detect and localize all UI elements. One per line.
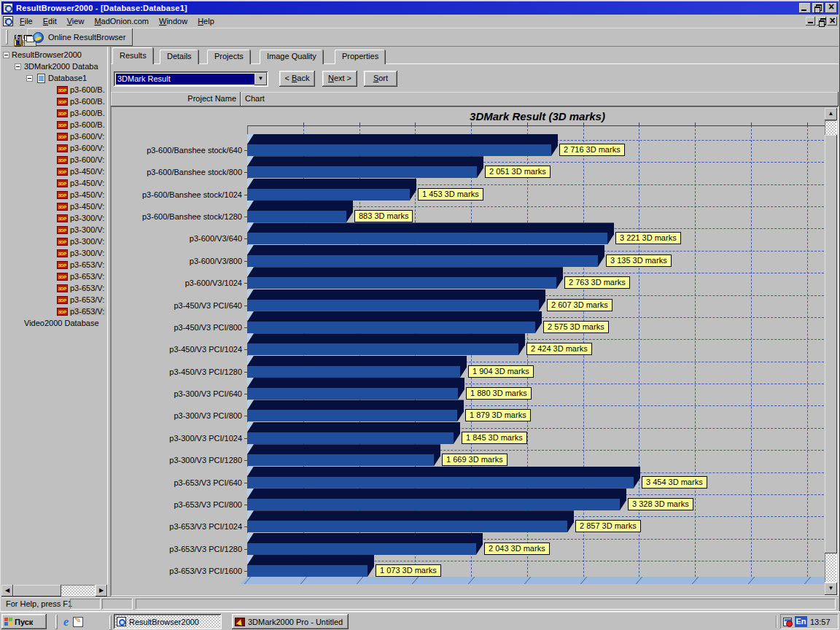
tree-item-video2000-database[interactable]: Video2000 Database — [1, 318, 107, 330]
tab-properties[interactable]: Properties — [335, 50, 386, 64]
mdi-close-button[interactable] — [828, 17, 837, 26]
category-label: p3-450/V3 PCI/640 — [112, 300, 242, 311]
chart-bar[interactable] — [247, 179, 416, 201]
chart-bar[interactable] — [247, 378, 464, 400]
tree-item-p3-653-v[interactable]: 3DPp3-653/V: — [1, 306, 107, 318]
windows-logo-icon — [4, 618, 12, 626]
menu-item-file[interactable]: File — [15, 15, 38, 28]
tree-item-database1[interactable]: Database1 — [1, 73, 107, 85]
internet-explorer-icon[interactable]: e — [63, 615, 69, 629]
tab-details[interactable]: Details — [160, 50, 199, 64]
chart-bar[interactable] — [247, 467, 640, 489]
window-title: ResultBrowser2000 - [Database:Database1] — [16, 4, 799, 12]
language-indicator[interactable]: En — [795, 616, 807, 627]
category-label: p3-653/V3 PCI/640 — [112, 477, 242, 489]
column-header-chart[interactable]: Chart — [241, 92, 839, 106]
value-label: 3 135 3D marks — [606, 254, 672, 267]
tree-item-p3-600-v[interactable]: 3DPp3-600/V: — [1, 131, 107, 143]
tree-item-3dmark2000-databa[interactable]: 3DMark2000 Databa — [1, 61, 107, 73]
chart-bar-front-face — [247, 521, 567, 532]
tree-item-p3-653-v[interactable]: 3DPp3-653/V: — [1, 271, 107, 283]
tab-image-quality[interactable]: Image Quality — [260, 50, 324, 64]
tree-item-p3-300-v[interactable]: 3DPp3-300/V: — [1, 213, 107, 225]
task-3dmark[interactable]: 3DMark2000 Pro - Untitled — [232, 614, 349, 629]
chart-bar[interactable] — [247, 289, 545, 311]
next-button[interactable]: Next > — [322, 71, 357, 87]
tab-projects[interactable]: Projects — [207, 50, 251, 64]
tree-item-p3-450-v[interactable]: 3DPp3-450/V: — [1, 178, 107, 190]
menu-item-help[interactable]: Help — [192, 15, 219, 28]
start-button[interactable]: Пуск — [1, 614, 47, 629]
status-message: For Help, press F1 — [6, 599, 72, 608]
column-header-project-name[interactable]: Project Name — [111, 92, 241, 106]
chart-bar[interactable] — [247, 489, 626, 510]
tree-item-p3-600-v[interactable]: 3DPp3-600/V: — [1, 155, 107, 166]
tab-results[interactable]: Results — [112, 47, 154, 64]
task-resultbrowser[interactable]: ResultBrowser2000 — [114, 614, 222, 629]
chart-bar[interactable] — [247, 333, 525, 355]
menu-item-view[interactable]: View — [62, 15, 90, 28]
chart-bar[interactable] — [247, 156, 483, 178]
scroll-left-icon[interactable]: ◀ — [1, 585, 13, 596]
toolbar-grip[interactable] — [6, 30, 8, 44]
chevron-down-icon[interactable]: ▼ — [254, 73, 267, 85]
tree-item-label: p3-653/V: — [69, 307, 106, 316]
menu-item-window[interactable]: Window — [154, 15, 192, 28]
chart-bar[interactable] — [247, 533, 483, 555]
tree-item-p3-600-v[interactable]: 3DPp3-600/V: — [1, 143, 107, 155]
tree-item-p3-600-b[interactable]: 3DPp3-600/B. — [1, 108, 107, 120]
chart-bar[interactable] — [247, 422, 460, 444]
mdi-minimize-button[interactable] — [806, 17, 815, 26]
tree-item-p3-300-v[interactable]: 3DPp3-300/V: — [1, 248, 107, 260]
chart-bar[interactable] — [247, 245, 604, 267]
tree-item-p3-653-v[interactable]: 3DPp3-653/V: — [1, 283, 107, 295]
chart-bar[interactable] — [247, 134, 558, 156]
menu-item-madonion-com[interactable]: MadOnion.com — [89, 15, 154, 28]
expand-collapse-icon[interactable] — [3, 52, 9, 58]
tree-item-p3-600-b[interactable]: 3DPp3-600/B. — [1, 96, 107, 108]
scroll-right-icon[interactable]: ▶ — [96, 585, 107, 596]
scroll-down-icon[interactable]: ▼ — [825, 583, 837, 595]
online-resultbrowser-button[interactable]: Online ResultBrowser — [27, 28, 133, 46]
chart-vertical-scrollbar[interactable]: ▲ ▼ — [825, 108, 837, 595]
scheduler-tray-icon[interactable] — [783, 618, 792, 626]
tree-item-p3-600-b[interactable]: 3DPp3-600/B. — [1, 120, 107, 131]
chart-bar[interactable] — [247, 510, 574, 532]
minimize-button[interactable] — [799, 3, 811, 13]
tree-scroll-thumb[interactable] — [13, 585, 61, 596]
chart-bar[interactable] — [247, 222, 614, 244]
chart-bar[interactable] — [247, 267, 563, 289]
expand-collapse-icon[interactable] — [15, 63, 21, 70]
tree-horizontal-scrollbar[interactable]: ◀ ▶ — [1, 585, 107, 596]
tree-item-p3-600-b[interactable]: 3DPp3-600/B. — [1, 85, 107, 96]
close-button[interactable] — [825, 3, 837, 13]
category-tick — [244, 283, 247, 284]
category-label: p3-300/V3 PCI/640 — [112, 388, 242, 400]
clock[interactable]: 13:57 — [810, 618, 831, 626]
tree-item-p3-450-v[interactable]: 3DPp3-450/V: — [1, 201, 107, 213]
back-button[interactable]: < Back — [279, 71, 315, 87]
chart-bar[interactable] — [247, 400, 464, 421]
chart-scroll-thumb[interactable] — [825, 135, 837, 553]
chart-bar[interactable] — [247, 444, 440, 466]
mdi-restore-button[interactable] — [817, 17, 826, 26]
tree-item-resultbrowser2000[interactable]: ResultBrowser2000 — [1, 50, 107, 61]
tree-item-p3-300-v[interactable]: 3DPp3-300/V: — [1, 236, 107, 248]
show-desktop-icon[interactable] — [73, 617, 83, 627]
tree-item-p3-653-v[interactable]: 3DPp3-653/V: — [1, 260, 107, 271]
tree-item-p3-653-v[interactable]: 3DPp3-653/V: — [1, 295, 107, 306]
chart-bar[interactable] — [247, 311, 542, 333]
chart-bar[interactable] — [247, 555, 374, 577]
chart-bar[interactable] — [247, 356, 467, 378]
mdi-document-icon[interactable] — [3, 16, 13, 26]
tree-item-p3-450-v[interactable]: 3DPp3-450/V: — [1, 190, 107, 201]
tree-item-p3-450-v[interactable]: 3DPp3-450/V: — [1, 166, 107, 178]
expand-collapse-icon[interactable] — [26, 75, 33, 82]
tree-item-p3-300-v[interactable]: 3DPp3-300/V: — [1, 225, 107, 236]
restore-button[interactable] — [812, 3, 824, 13]
chart-bar[interactable] — [247, 201, 353, 222]
sort-button[interactable]: Sort — [364, 71, 397, 87]
scroll-up-icon[interactable]: ▲ — [825, 108, 837, 120]
result-type-combobox[interactable]: 3DMark Result ▼ — [114, 71, 268, 87]
menu-item-edit[interactable]: Edit — [38, 15, 62, 28]
